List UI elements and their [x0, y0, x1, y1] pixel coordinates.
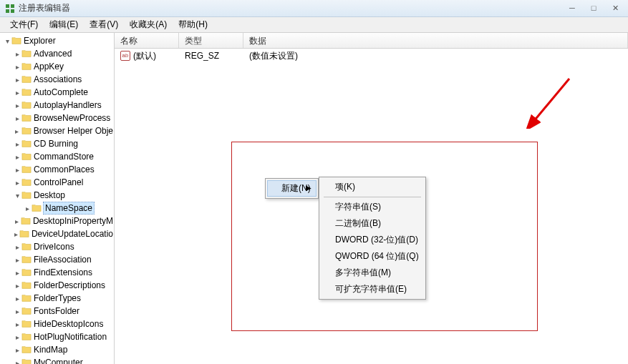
folder-icon [21, 190, 32, 200]
tree-item[interactable]: ▸BrowseNewProcess [0, 112, 114, 124]
tree-item[interactable]: ▸FileAssociation [0, 253, 114, 266]
expander-icon[interactable]: ▾ [13, 192, 21, 200]
folder-icon [32, 203, 42, 213]
col-header-data[interactable]: 数据 [243, 33, 628, 48]
tree-item[interactable]: ▾Desktop [0, 189, 114, 202]
svg-rect-3 [11, 9, 14, 13]
folder-icon [11, 36, 21, 46]
svg-rect-1 [11, 4, 14, 8]
tree-label: HideDesktopIcons [33, 318, 104, 330]
expander-icon[interactable]: ▸ [13, 166, 21, 174]
expander-icon[interactable]: ▸ [13, 50, 21, 58]
expander-icon[interactable]: ▸ [13, 63, 21, 71]
tree-panel[interactable]: ▾Explorer▸Advanced▸AppKey▸Associations▸A… [0, 33, 115, 364]
col-header-name[interactable]: 名称 [115, 33, 179, 48]
tree-item[interactable]: ▸NameSpace [0, 202, 114, 215]
tree-item[interactable]: ▸Associations [0, 73, 114, 86]
expander-icon[interactable]: ▸ [13, 282, 21, 290]
expander-icon[interactable]: ▸ [13, 269, 21, 277]
menu-favorites[interactable]: 收藏夹(A) [124, 17, 173, 32]
folder-icon [21, 164, 32, 174]
folder-icon [21, 255, 32, 265]
folder-icon [21, 152, 32, 162]
ctx-sub-item[interactable]: QWORD (64 位)值(Q) [321, 248, 424, 265]
menu-view[interactable]: 查看(V) [84, 17, 124, 32]
ctx-sub-item[interactable]: 多字符串值(M) [321, 265, 424, 281]
cell-name: ab (默认) [115, 50, 179, 62]
expander-icon[interactable]: ▸ [13, 230, 19, 238]
cell-type: REG_SZ [179, 51, 243, 61]
folder-icon [21, 74, 32, 84]
expander-icon[interactable]: ▸ [13, 333, 21, 341]
ctx-sub-item[interactable]: 可扩充字符串值(E) [321, 281, 424, 297]
expander-icon[interactable]: ▸ [13, 89, 21, 97]
ctx-sub-item[interactable]: 项(K) [321, 179, 424, 195]
expander-icon[interactable]: ▸ [13, 308, 21, 315]
tree-item[interactable]: ▸AutoComplete [0, 86, 114, 99]
tree-item[interactable]: ▸HotPlugNotification [0, 330, 114, 343]
tree-item[interactable]: ▸DriveIcons [0, 240, 114, 253]
tree-label: DeviceUpdateLocatio [31, 228, 114, 240]
tree-item[interactable]: ▸FolderTypes [0, 292, 114, 305]
tree-item[interactable]: ▸DesktopIniPropertyM [0, 215, 114, 227]
folder-icon [21, 306, 32, 316]
expander-icon[interactable]: ▸ [13, 140, 21, 148]
close-button[interactable]: ✕ [605, 3, 625, 14]
tree-item[interactable]: ▸CommandStore [0, 150, 114, 163]
expander-icon[interactable]: ▸ [13, 153, 21, 161]
folder-icon [21, 319, 32, 329]
svg-rect-2 [6, 9, 9, 13]
menu-file[interactable]: 文件(F) [4, 17, 44, 32]
menu-help[interactable]: 帮助(H) [173, 17, 213, 32]
expander-icon[interactable]: ▸ [13, 114, 21, 122]
expander-icon[interactable]: ▸ [13, 256, 21, 264]
ctx-sub-item[interactable]: 字符串值(S) [321, 199, 424, 215]
tree-item[interactable]: ▸FolderDescriptions [0, 279, 114, 292]
expander-icon[interactable]: ▸ [23, 205, 32, 212]
expander-icon[interactable]: ▸ [13, 346, 21, 354]
tree-item[interactable]: ▸FontsFolder [0, 305, 114, 318]
ctx-new[interactable]: 新建(N) ▶ [267, 180, 317, 197]
folder-icon [21, 358, 32, 364]
expander-icon[interactable]: ▸ [13, 217, 21, 225]
tree-item[interactable]: ▸KindMap [0, 343, 114, 356]
ctx-sub-item[interactable]: 二进制值(B) [321, 215, 424, 232]
expander-icon[interactable]: ▸ [13, 243, 21, 251]
tree-item[interactable]: ▸ControlPanel [0, 176, 114, 189]
col-header-type[interactable]: 类型 [179, 33, 243, 48]
folder-icon [19, 229, 29, 239]
tree-item[interactable]: ▸HideDesktopIcons [0, 318, 114, 330]
folder-icon [21, 267, 32, 277]
context-submenu[interactable]: 项(K)字符串值(S)二进制值(B)DWORD (32-位)值(D)QWORD … [319, 177, 426, 300]
tree-label: HotPlugNotification [33, 331, 107, 343]
expander-icon[interactable]: ▸ [13, 76, 21, 84]
folder-icon [21, 332, 32, 342]
tree-item[interactable]: ▸AppKey [0, 60, 114, 73]
maximize-button[interactable]: □ [584, 3, 604, 14]
ctx-sub-item[interactable]: DWORD (32-位)值(D) [321, 232, 424, 248]
tree-label: FolderTypes [33, 292, 82, 304]
expander-icon[interactable]: ▸ [13, 320, 21, 328]
expander-icon[interactable]: ▸ [13, 102, 21, 109]
expander-icon[interactable]: ▸ [13, 295, 21, 302]
tree-item[interactable]: ▸Advanced [0, 47, 114, 60]
list-panel[interactable]: 名称 类型 数据 ab (默认) REG_SZ (数值未设置) 新建(N) ▶ … [115, 33, 628, 364]
tree-item[interactable]: ▸CommonPlaces [0, 163, 114, 176]
context-menu[interactable]: 新建(N) ▶ [265, 178, 319, 199]
tree-item[interactable]: ▸MyComputer [0, 356, 114, 364]
tree-item[interactable]: ▸DeviceUpdateLocatio [0, 227, 114, 240]
minimize-button[interactable]: ─ [562, 3, 582, 14]
tree-item[interactable]: ▸Browser Helper Obje [0, 124, 114, 137]
expander-icon[interactable]: ▸ [13, 179, 21, 187]
tree-item[interactable]: ▾Explorer [0, 34, 114, 47]
tree-item[interactable]: ▸CD Burning [0, 137, 114, 150]
list-row[interactable]: ab (默认) REG_SZ (数值未设置) [115, 49, 628, 63]
expander-icon[interactable]: ▸ [13, 127, 21, 135]
tree-label: FindExtensions [33, 267, 93, 278]
tree-item[interactable]: ▸AutoplayHandlers [0, 99, 114, 112]
menu-edit[interactable]: 编辑(E) [44, 17, 84, 32]
tree-label: CommandStore [33, 151, 95, 162]
expander-icon[interactable]: ▸ [13, 359, 21, 365]
tree-item[interactable]: ▸FindExtensions [0, 266, 114, 279]
expander-icon[interactable]: ▾ [3, 37, 11, 45]
